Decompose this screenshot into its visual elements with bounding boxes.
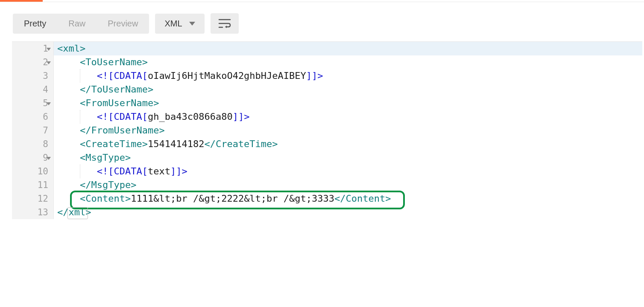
code-line-4: </ToUserName> bbox=[54, 83, 642, 96]
gutter-line-13: 13 bbox=[12, 206, 50, 219]
gutter-line-10: 10 bbox=[12, 165, 50, 178]
gutter-line-8: 8 bbox=[12, 137, 50, 151]
view-tabs: Pretty Raw Preview bbox=[13, 14, 149, 34]
tab-preview[interactable]: Preview bbox=[97, 14, 149, 34]
code-line-3: <![CDATA[oIawIj6HjtMakoO42ghbHJeAIBEY]]> bbox=[54, 69, 642, 83]
code-line-5: <FromUserName> bbox=[54, 96, 642, 110]
line-gutter: 1 2 3 4 5 6 7 8 9 10 11 12 13 bbox=[12, 42, 54, 219]
gutter-line-4: 4 bbox=[12, 83, 50, 96]
code-line-2: <ToUserName> bbox=[54, 55, 642, 69]
code-lines: <xml> <ToUserName> <![CDATA[oIawIj6HjtMa… bbox=[54, 42, 642, 219]
tab-raw[interactable]: Raw bbox=[57, 14, 97, 34]
gutter-line-7: 7 bbox=[12, 124, 50, 137]
code-line-13: </xml> bbox=[54, 206, 642, 219]
code-line-11: </MsgType> bbox=[54, 178, 642, 192]
code-line-7: </FromUserName> bbox=[54, 124, 642, 137]
chevron-down-icon bbox=[189, 22, 195, 26]
wrap-lines-icon bbox=[218, 18, 231, 29]
format-selector-label: XML bbox=[164, 19, 182, 29]
response-toolbar: Pretty Raw Preview XML bbox=[0, 2, 644, 41]
format-selector[interactable]: XML bbox=[155, 14, 204, 34]
fold-caret-icon[interactable] bbox=[47, 157, 51, 160]
tab-pretty[interactable]: Pretty bbox=[13, 14, 57, 34]
gutter-line-9: 9 bbox=[12, 151, 50, 165]
code-line-9: <MsgType> bbox=[54, 151, 642, 165]
fold-caret-icon[interactable] bbox=[47, 48, 51, 51]
code-line-1: <xml> bbox=[54, 42, 642, 55]
wrap-lines-button[interactable] bbox=[211, 13, 239, 34]
code-editor[interactable]: 1 2 3 4 5 6 7 8 9 10 11 12 13 <xml> <ToU… bbox=[12, 41, 642, 219]
gutter-line-11: 11 bbox=[12, 178, 50, 192]
code-line-6: <![CDATA[gh_ba43c0866a80]]> bbox=[54, 110, 642, 124]
code-line-12: <Content>1111&lt;br /&gt;2222&lt;br /&gt… bbox=[54, 192, 642, 206]
gutter-line-12: 12 bbox=[12, 192, 50, 206]
fold-caret-icon[interactable] bbox=[47, 102, 51, 105]
gutter-line-2: 2 bbox=[12, 55, 50, 69]
fold-caret-icon[interactable] bbox=[47, 61, 51, 64]
gutter-line-1: 1 bbox=[12, 42, 50, 55]
gutter-line-5: 5 bbox=[12, 96, 50, 110]
code-line-8: <CreateTime>1541414182</CreateTime> bbox=[54, 137, 642, 151]
gutter-line-3: 3 bbox=[12, 69, 50, 83]
gutter-line-6: 6 bbox=[12, 110, 50, 124]
code-line-10: <![CDATA[text]]> bbox=[54, 165, 642, 178]
